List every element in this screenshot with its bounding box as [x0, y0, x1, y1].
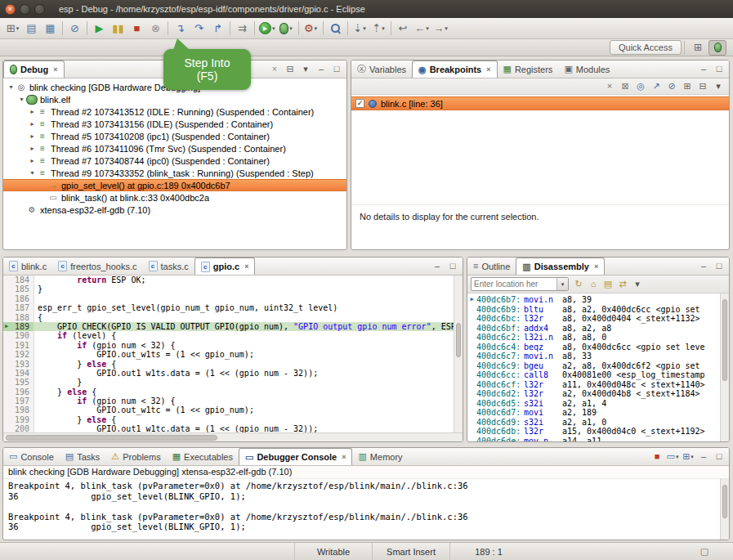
tab-freertos-hooks-c[interactable]: cfreertos_hooks.c [52, 258, 142, 275]
save-all-button[interactable]: ▦ [41, 20, 60, 38]
remove-all-terminated-button[interactable]: × [267, 62, 282, 77]
external-tools-dropdown-icon[interactable]: ▾ [315, 25, 318, 32]
save-button[interactable]: ▤ [22, 20, 41, 38]
collapse-all-button[interactable]: ⊟ [695, 79, 710, 94]
view-menu-button[interactable]: ▾ [298, 62, 313, 77]
remove-breakpoint-button[interactable]: × [602, 79, 617, 94]
twistie-icon[interactable]: ▸ [28, 108, 37, 115]
minimize-button[interactable]: – [696, 62, 711, 77]
show-source-button[interactable]: ▤ [601, 277, 615, 292]
instruction-stepping-button[interactable]: ⇉ [233, 20, 252, 38]
open-console-dropdown-icon[interactable]: ▾ [691, 454, 694, 460]
display-selected-console-button[interactable]: ▭▾ [665, 450, 680, 464]
maximize-button[interactable]: □ [329, 62, 344, 77]
tab-debug[interactable]: Debug× [3, 60, 65, 78]
editor-vscroll-thumb[interactable] [456, 323, 461, 357]
last-edit-location-button[interactable]: ↩ [394, 20, 413, 38]
tab-variables[interactable]: ⓧVariables [351, 60, 412, 78]
debug-tree-item[interactable]: →gpio_set_level() at gpio.c:189 0x400dc6… [3, 179, 346, 191]
quick-access-button[interactable]: Quick Access [610, 40, 682, 55]
previous-annotation-button[interactable]: ⇡▾ [369, 20, 388, 38]
skip-all-breakpoints-button[interactable]: ⊘ [664, 79, 679, 94]
twistie-icon[interactable]: ▸ [28, 157, 37, 164]
minimize-button[interactable]: – [696, 450, 711, 464]
previous-annotation-dropdown-icon[interactable]: ▾ [382, 25, 385, 32]
close-tab-icon[interactable]: × [244, 262, 248, 271]
code-line[interactable]: 186 [3, 294, 463, 303]
editor-hscroll-thumb[interactable] [6, 435, 217, 441]
debug-tree-item[interactable]: ▸≡Thread #3 1073413156 (IDLE) (Suspended… [3, 118, 346, 130]
tab-console[interactable]: ▭Console [3, 448, 60, 465]
code-line[interactable]: 193 } else { [3, 360, 463, 369]
tab-disassembly[interactable]: ▥Disassembly× [516, 258, 605, 275]
close-tab-icon[interactable]: × [53, 65, 57, 74]
maximize-button[interactable]: □ [712, 62, 726, 77]
debug-tree-item[interactable]: ▸≡Thread #2 1073413512 (IDLE : Running) … [3, 105, 346, 118]
disassembly-content[interactable]: ▶400dc6b7:movi.na8, 39400dc6b9:bltua8, a… [467, 293, 729, 441]
external-tools-button[interactable]: ⚙▾ [302, 20, 320, 38]
tab-executables[interactable]: ▦Executables [167, 448, 239, 465]
console-output[interactable]: Breakpoint 4, blink_task (pvParameter=0x… [3, 479, 729, 540]
debug-tree-item[interactable]: ▾≡Thread #9 1073433352 (blink_task : Run… [3, 167, 346, 179]
disconnect-button[interactable]: ⊗ [146, 20, 165, 38]
disassembly-line[interactable]: 400dc6de:mov.na14, a11 [467, 437, 729, 442]
console-vscroll-thumb[interactable] [722, 485, 727, 518]
new-wizard-button[interactable]: ⊞▾ [3, 20, 22, 38]
disassembly-line[interactable]: 400dc6c2:l32i.na8, a8, 0 [467, 333, 729, 343]
editor-content[interactable]: 184 return ESP_OK;185}186187esp_err_t gp… [3, 276, 463, 432]
tab-tasks-c[interactable]: ctasks.c [143, 258, 194, 275]
console-vertical-scrollbar[interactable] [720, 479, 729, 540]
minimize-button[interactable]: – [430, 259, 445, 274]
window-close-button[interactable]: × [5, 4, 16, 15]
disassembly-vertical-scrollbar[interactable] [720, 293, 729, 441]
code-line[interactable]: 192 GPIO.out_w1ts = (1 << gpio_num); [3, 350, 463, 359]
refresh-button[interactable]: ↻ [571, 277, 586, 292]
window-maximize-button[interactable] [34, 4, 45, 15]
disassembly-line[interactable]: 400dc6d2:l32ra2, 0x400d04b8 <_stext+1184… [467, 389, 729, 399]
breakpoint-row[interactable]: ✓blink.c [line: 36] [351, 96, 729, 110]
show-breakpoints-supported-button[interactable]: ◎ [633, 79, 648, 94]
tab-memory[interactable]: ▥Memory [352, 448, 408, 465]
editor-horizontal-scrollbar[interactable] [3, 432, 463, 441]
maximize-button[interactable]: □ [445, 259, 460, 274]
disassembly-line[interactable]: 400dc6db:l32ra15, 0x400d04c0 <_stext+119… [467, 427, 729, 437]
tab-debugger-console[interactable]: ▭Debugger Console× [239, 448, 352, 465]
status-right-icon[interactable]: ▢ [697, 544, 712, 559]
view-menu-button[interactable]: ▾ [630, 277, 645, 292]
twistie-icon[interactable]: ▸ [28, 132, 37, 140]
view-menu-button[interactable]: ▾ [711, 79, 726, 94]
disassembly-line[interactable]: 400dc6cc:call80x40081e00 <esp_log_timest… [467, 370, 729, 380]
terminate-button[interactable]: ■ [127, 20, 146, 38]
twistie-icon[interactable]: ▸ [28, 120, 37, 128]
open-console-button[interactable]: ⊞▾ [681, 450, 695, 464]
back-button[interactable]: ←▾ [413, 20, 431, 38]
remove-all-breakpoints-button[interactable]: ⊠ [618, 79, 632, 94]
close-tab-icon[interactable]: × [594, 262, 598, 271]
twistie-icon[interactable]: ▾ [28, 169, 37, 177]
debug-tree-item[interactable]: ▸≡Thread #5 1073410208 (ipc1) (Suspended… [3, 130, 346, 142]
disassembly-line[interactable]: 400dc6d5:s32ia2, a1, 4 [467, 399, 729, 409]
debug-tree-item[interactable]: ▭blink_task() at blink.c:33 0x400dbc2a [3, 191, 346, 204]
twistie-icon[interactable]: ▸ [28, 145, 37, 152]
maximize-button[interactable]: □ [712, 259, 726, 274]
debug-tree-item[interactable]: ▾blink.elf [3, 93, 346, 105]
tab-modules[interactable]: ▣Modules [558, 60, 615, 78]
twistie-icon[interactable]: ▾ [7, 83, 16, 91]
tab-problems[interactable]: ⚠Problems [105, 448, 166, 465]
minimize-button[interactable]: – [314, 62, 329, 77]
disassembly-vscroll-thumb[interactable] [722, 299, 727, 381]
code-line[interactable]: 188{ [3, 313, 463, 322]
disassembly-line[interactable]: 400dc6c9:bgeua2, a8, 0x400dc6f2 <gpio_se… [467, 361, 729, 371]
new-wizard-dropdown-icon[interactable]: ▾ [16, 25, 20, 32]
step-into-button[interactable]: ↴ [171, 20, 190, 38]
code-line[interactable]: 194 GPIO.out1_w1ts.data = (1 << (gpio_nu… [3, 369, 463, 378]
collapse-all-button[interactable]: ⊟ [283, 62, 297, 77]
disassembly-line[interactable]: 400dc6d7:movia2, 189 [467, 408, 729, 418]
step-over-button[interactable]: ↷ [190, 20, 208, 38]
location-dropdown-icon[interactable]: ▾ [556, 278, 568, 290]
code-line[interactable]: 187esp_err_t gpio_set_level(gpio_num_t g… [3, 303, 463, 312]
editor-vertical-scrollbar[interactable] [454, 276, 463, 432]
disassembly-line[interactable]: 400dc6c7:movi.na8, 33 [467, 352, 729, 361]
disassembly-line[interactable]: 400dc6c4:beqza8, 0x400dc6cc <gpio_set_le… [467, 343, 729, 352]
skip-all-breakpoints-button[interactable]: ⊘ [65, 20, 84, 38]
